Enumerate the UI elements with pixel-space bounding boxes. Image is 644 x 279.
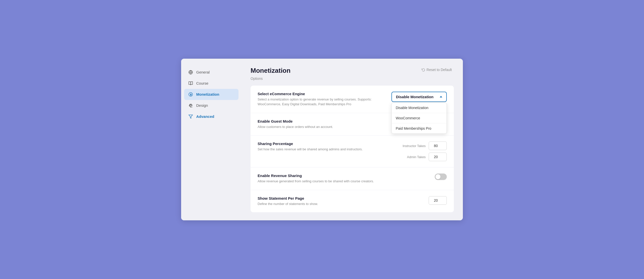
sharing-percentage-label: Sharing Percentage Set how the sales rev… (258, 142, 398, 152)
settings-card: Select eCommerce Engine Select a monetiz… (251, 86, 454, 213)
statement-per-page-row: Show Statement Per Page Define the numbe… (251, 190, 454, 213)
revenue-sharing-label: Enable Revenue Sharing Allow revenue gen… (258, 173, 398, 184)
book-icon (188, 81, 193, 86)
sidebar-item-general[interactable]: General (181, 67, 242, 78)
options-label: Options (251, 77, 454, 81)
dropdown-menu: Disable Monetization WooCommerce Paid Me… (391, 102, 447, 134)
sidebar-item-course-label: Course (196, 81, 208, 85)
filter-icon (188, 114, 193, 119)
revenue-sharing-description: Allow revenue generated from selling cou… (258, 179, 398, 184)
design-icon (188, 103, 193, 108)
instructor-takes-label: Instructor Takes (403, 144, 426, 148)
statement-per-page-description: Define the number of statements to show. (258, 201, 398, 206)
statement-per-page-label: Show Statement Per Page Define the numbe… (258, 196, 398, 206)
revenue-sharing-toggle[interactable] (435, 173, 447, 180)
sharing-percentage-control: Instructor Takes Admin Takes (403, 142, 447, 161)
ecommerce-engine-description: Select a monetization option to generate… (258, 97, 391, 107)
ecommerce-engine-title: Select eCommerce Engine (258, 92, 391, 96)
globe-icon (188, 70, 193, 75)
guest-mode-description: Allow customers to place orders without … (258, 124, 398, 129)
sidebar: General Course Monetization (181, 59, 242, 221)
admin-takes-input[interactable] (429, 153, 447, 161)
main-container: General Course Monetization (181, 59, 463, 221)
instructor-takes-input[interactable] (429, 142, 447, 150)
svg-point-5 (191, 105, 192, 106)
content-area: Monetization Reset to Default Options Se… (242, 59, 463, 221)
svg-marker-9 (189, 115, 193, 118)
page-title: Monetization (251, 67, 291, 75)
ecommerce-dropdown-button[interactable]: Disable Monetization (391, 92, 447, 102)
guest-mode-title: Enable Guest Mode (258, 119, 398, 123)
statement-per-page-title: Show Statement Per Page (258, 196, 398, 200)
ecommerce-engine-label: Select eCommerce Engine Select a monetiz… (258, 92, 391, 107)
admin-takes-label: Admin Takes (407, 155, 426, 159)
revenue-sharing-title: Enable Revenue Sharing (258, 173, 398, 178)
ecommerce-engine-control: Disable Monetization Disable Monetizatio… (391, 92, 447, 102)
sidebar-item-monetization-label: Monetization (196, 92, 219, 96)
admin-takes-row: Admin Takes (407, 153, 447, 161)
reset-to-default-button[interactable]: Reset to Default (420, 67, 454, 73)
dollar-icon (188, 92, 193, 97)
sidebar-item-monetization[interactable]: Monetization (184, 89, 238, 100)
reset-icon (422, 68, 425, 72)
sharing-percentage-row: Sharing Percentage Set how the sales rev… (251, 135, 454, 167)
sidebar-item-advanced[interactable]: Advanced (181, 111, 242, 122)
dropdown-selected-value: Disable Monetization (396, 95, 433, 99)
dropdown-option-disable[interactable]: Disable Monetization (392, 103, 447, 113)
statement-per-page-control (429, 196, 447, 205)
ecommerce-engine-row: Select eCommerce Engine Select a monetiz… (251, 86, 454, 113)
statement-per-page-input[interactable] (429, 196, 447, 205)
sharing-controls: Instructor Takes Admin Takes (403, 142, 447, 161)
toggle-slider (435, 173, 447, 180)
dropdown-option-paid-memberships[interactable]: Paid Memberships Pro (392, 123, 447, 133)
dropdown-option-woocommerce[interactable]: WooCommerce (392, 113, 447, 123)
sharing-percentage-description: Set how the sales revenue will be shared… (258, 147, 398, 152)
sidebar-item-general-label: General (196, 70, 210, 74)
reset-label: Reset to Default (427, 68, 452, 72)
sidebar-item-design[interactable]: Design (181, 100, 242, 111)
sidebar-item-course[interactable]: Course (181, 78, 242, 89)
revenue-sharing-row: Enable Revenue Sharing Allow revenue gen… (251, 167, 454, 190)
guest-mode-label: Enable Guest Mode Allow customers to pla… (258, 119, 398, 129)
revenue-sharing-control (435, 173, 447, 180)
content-header: Monetization Reset to Default (251, 67, 454, 75)
sidebar-item-design-label: Design (196, 103, 208, 108)
sidebar-item-advanced-label: Advanced (196, 114, 214, 119)
chevron-up-icon (440, 96, 442, 97)
ecommerce-dropdown-wrapper: Disable Monetization Disable Monetizatio… (391, 92, 447, 102)
instructor-takes-row: Instructor Takes (403, 142, 447, 150)
sharing-percentage-title: Sharing Percentage (258, 142, 398, 146)
